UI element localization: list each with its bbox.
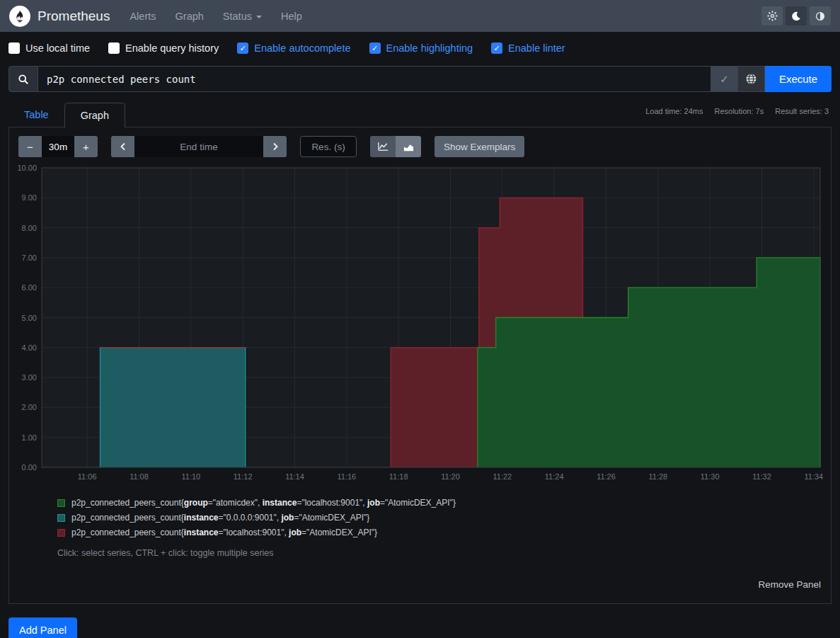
gear-icon (767, 11, 778, 21)
range-decrease-button[interactable]: − (18, 136, 42, 157)
result-tabs: TableGraphLoad time: 24msResolution: 7sR… (8, 103, 832, 127)
dark-theme-button[interactable] (786, 6, 807, 25)
x-tick-label: 11:24 (545, 472, 564, 481)
stacked-chart-icon (403, 142, 414, 152)
tab-graph[interactable]: Graph (64, 103, 125, 127)
x-tick-label: 11:06 (78, 472, 97, 481)
graph-controls: − + (9, 136, 831, 157)
x-tick-label: 11:26 (597, 472, 616, 481)
option-label: Enable linter (508, 42, 565, 54)
option-enable-linter[interactable]: ✓Enable linter (491, 42, 565, 54)
prometheus-logo[interactable] (9, 6, 30, 27)
remove-panel-button[interactable]: Remove Panel (758, 579, 821, 590)
nav-link-help[interactable]: Help (281, 11, 302, 22)
query-options-row: Use local timeEnable query history✓Enabl… (0, 32, 840, 63)
x-tick-label: 11:32 (752, 472, 771, 481)
x-tick-label: 11:30 (701, 472, 720, 481)
y-tick-label: 4.00 (22, 343, 37, 352)
x-tick-label: 11:08 (130, 472, 149, 481)
query-stats: Load time: 24msResolution: 7sResult seri… (645, 107, 829, 115)
option-label: Enable autocomplete (254, 42, 350, 54)
time-forward-button[interactable] (263, 136, 287, 157)
option-use-local-time[interactable]: Use local time (8, 42, 90, 54)
time-series-chart[interactable]: 0.001.002.003.004.005.006.007.008.009.00… (10, 164, 830, 484)
legend-item[interactable]: p2p_connected_peers_count{instance="loca… (57, 528, 831, 537)
legend-label: p2p_connected_peers_count{instance="loca… (71, 528, 377, 537)
search-icon (18, 74, 29, 85)
y-tick-label: 0.00 (22, 463, 37, 472)
legend-item[interactable]: p2p_connected_peers_count{group="atomicd… (57, 498, 831, 508)
nav-links: AlertsGraphStatusHelp (130, 11, 301, 22)
nav-link-graph[interactable]: Graph (176, 11, 204, 22)
line-graph-button[interactable] (370, 136, 396, 157)
option-enable-highlighting[interactable]: ✓Enable highlighting (369, 42, 473, 54)
chart-legend: p2p_connected_peers_count{group="atomicd… (57, 498, 831, 537)
y-tick-label: 2.00 (22, 403, 37, 411)
y-tick-label: 10.00 (17, 164, 37, 172)
stat-load-time: Load time: 24ms (645, 107, 703, 115)
y-tick-label: 8.00 (22, 224, 37, 232)
legend-swatch (57, 529, 65, 537)
line-chart-icon (378, 142, 389, 152)
graph-panel: − + (8, 127, 832, 604)
option-label: Enable query history (125, 42, 219, 54)
option-enable-autocomplete[interactable]: ✓Enable autocomplete (237, 42, 350, 54)
chevron-right-icon (271, 142, 280, 152)
checkbox-checked-icon[interactable]: ✓ (237, 42, 248, 54)
auto-theme-button[interactable] (810, 6, 831, 25)
end-time-input[interactable] (134, 136, 263, 157)
moon-icon (791, 11, 801, 21)
y-tick-label: 7.00 (22, 254, 37, 262)
series-area[interactable] (100, 348, 246, 467)
navbar-actions (761, 6, 831, 25)
legend-label: p2p_connected_peers_count{group="atomicd… (71, 498, 456, 508)
nav-link-status[interactable]: Status (223, 11, 262, 22)
remove-panel-row: Remove Panel (9, 558, 831, 596)
nav-link-alerts[interactable]: Alerts (130, 11, 156, 22)
checkbox-unchecked-icon[interactable] (8, 42, 20, 54)
range-control: − + (18, 136, 98, 157)
chevron-down-icon (256, 16, 262, 18)
navbar: Prometheus AlertsGraphStatusHelp (0, 0, 840, 32)
legend-label: p2p_connected_peers_count{instance="0.0.… (71, 513, 369, 523)
y-tick-label: 1.00 (22, 433, 37, 442)
x-tick-label: 11:10 (181, 472, 200, 481)
x-tick-label: 11:12 (234, 472, 253, 481)
legend-item[interactable]: p2p_connected_peers_count{instance="0.0.… (57, 513, 831, 523)
checkbox-unchecked-icon[interactable] (108, 42, 120, 54)
option-enable-query-history[interactable]: Enable query history (108, 42, 219, 54)
time-back-button[interactable] (111, 136, 134, 157)
option-label: Enable highlighting (386, 42, 473, 54)
resolution-input[interactable] (300, 136, 357, 157)
checkbox-checked-icon[interactable]: ✓ (491, 42, 502, 54)
stat-result-series: Result series: 3 (775, 107, 829, 115)
range-increase-button[interactable]: + (74, 136, 98, 157)
range-input[interactable] (42, 136, 74, 157)
stacked-graph-button[interactable] (396, 136, 421, 157)
y-tick-label: 9.00 (22, 193, 37, 202)
graph-type-toggle (370, 136, 421, 157)
query-input[interactable] (38, 66, 711, 92)
app-title: Prometheus (38, 8, 110, 24)
endtime-control (111, 136, 287, 157)
x-tick-label: 11:34 (804, 472, 823, 481)
legend-swatch (57, 514, 65, 522)
search-addon (8, 66, 38, 92)
metrics-explorer-button[interactable] (738, 66, 765, 92)
y-tick-label: 6.00 (22, 283, 37, 292)
chart-area[interactable]: 0.001.002.003.004.005.006.007.008.009.00… (10, 164, 830, 486)
checkbox-checked-icon[interactable]: ✓ (369, 42, 381, 54)
x-tick-label: 11:28 (648, 472, 667, 481)
y-tick-label: 5.00 (22, 314, 37, 322)
x-tick-label: 11:22 (493, 472, 512, 481)
tab-table[interactable]: Table (8, 103, 64, 127)
execute-button[interactable]: Execute (765, 66, 832, 92)
show-exemplars-button[interactable]: Show Exemplars (435, 136, 524, 157)
query-bar: ✓ Execute (8, 66, 832, 92)
settings-button[interactable] (761, 6, 783, 25)
query-valid-check-button[interactable]: ✓ (711, 66, 738, 92)
add-panel-button[interactable]: Add Panel (8, 617, 77, 638)
flame-icon (13, 10, 26, 23)
contrast-icon (815, 11, 825, 21)
x-tick-label: 11:18 (389, 472, 408, 481)
